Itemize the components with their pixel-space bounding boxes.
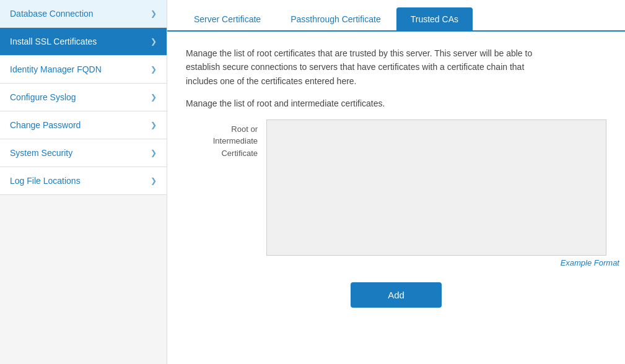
chevron-icon: ❯ bbox=[151, 9, 157, 18]
description-text-1: Manage the list of root certificates tha… bbox=[186, 46, 545, 88]
sidebar-item-system-security[interactable]: System Security❯ bbox=[0, 139, 167, 167]
sidebar-item-label: Change Password bbox=[10, 120, 81, 130]
sidebar-item-configure-syslog[interactable]: Configure Syslog❯ bbox=[0, 84, 167, 111]
sidebar-item-database-connection[interactable]: Database Connection❯ bbox=[0, 0, 167, 28]
add-button[interactable]: Add bbox=[351, 282, 442, 308]
chevron-icon: ❯ bbox=[151, 93, 157, 102]
certificate-textarea[interactable] bbox=[266, 119, 606, 256]
sidebar-item-label: Log File Locations bbox=[10, 176, 81, 186]
sidebar-item-identity-manager-fqdn[interactable]: Identity Manager FQDN❯ bbox=[0, 56, 167, 84]
content-area: Manage the list of root certificates tha… bbox=[167, 32, 625, 364]
tab-passthrough-certificate[interactable]: Passthrough Certificate bbox=[276, 7, 395, 30]
chevron-icon: ❯ bbox=[151, 121, 157, 129]
tabs-container: Server CertificatePassthrough Certificat… bbox=[167, 0, 625, 32]
example-format-link[interactable]: Example Format bbox=[561, 258, 619, 267]
sidebar-item-label: Install SSL Certificates bbox=[10, 37, 97, 46]
tab-trusted-cas[interactable]: Trusted CAs bbox=[396, 7, 473, 30]
description-text-2: Manage the list of root and intermediate… bbox=[186, 97, 545, 110]
sidebar-item-label: Database Connection bbox=[10, 9, 94, 19]
add-button-row: Add bbox=[186, 282, 606, 308]
certificate-label: Root or Intermediate Certificate bbox=[186, 119, 266, 160]
sidebar-item-label: System Security bbox=[10, 148, 72, 158]
chevron-icon: ❯ bbox=[151, 149, 157, 157]
sidebar-item-label: Identity Manager FQDN bbox=[10, 64, 102, 74]
example-format-row: Example Format bbox=[186, 258, 619, 267]
chevron-icon: ❯ bbox=[151, 176, 157, 185]
sidebar: Database Connection❯Install SSL Certific… bbox=[0, 0, 167, 364]
chevron-icon: ❯ bbox=[151, 65, 157, 74]
sidebar-item-change-password[interactable]: Change Password❯ bbox=[0, 111, 167, 139]
chevron-icon: ❯ bbox=[151, 37, 157, 46]
sidebar-item-label: Configure Syslog bbox=[10, 92, 76, 102]
certificate-form-row: Root or Intermediate Certificate bbox=[186, 119, 606, 256]
main-content: Server CertificatePassthrough Certificat… bbox=[167, 0, 625, 364]
sidebar-item-log-file-locations[interactable]: Log File Locations❯ bbox=[0, 167, 167, 195]
tab-server-certificate[interactable]: Server Certificate bbox=[180, 7, 275, 30]
sidebar-item-install-ssl-certificates[interactable]: Install SSL Certificates❯ bbox=[0, 28, 167, 56]
